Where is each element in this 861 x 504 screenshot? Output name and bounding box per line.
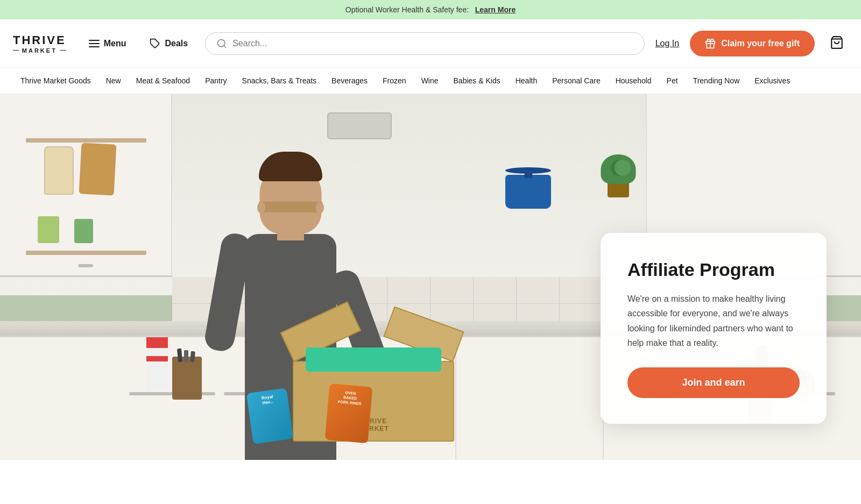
blue-pot <box>505 167 551 208</box>
nav-item-meat-seafood[interactable]: Meat & Seafood <box>129 68 197 94</box>
nav-item-pet[interactable]: Pet <box>659 68 686 94</box>
knife-block <box>172 357 204 405</box>
search-icon <box>216 38 227 49</box>
affiliate-card-description: We're on a mission to make healthy livin… <box>627 292 800 350</box>
nav-item-trending-now[interactable]: Trending Now <box>686 68 747 94</box>
header: THRIVE MARKET Menu Deals Log In <box>0 19 861 68</box>
search-input[interactable] <box>232 39 633 48</box>
product-bag-epic: OVENBAKEDPORK RINDS <box>327 385 370 442</box>
svg-line-2 <box>224 45 226 47</box>
affiliate-card: Affiliate Program We're on a mission to … <box>601 233 827 424</box>
announcement-bar: Optional Worker Health & Safety fee: Lea… <box>0 0 861 19</box>
nav-item-snacks[interactable]: Snacks, Bars & Treats <box>235 68 324 94</box>
claim-gift-label: Claim your free gift <box>721 39 800 48</box>
hero-section: THRIVEMARKET RoyalHav... OVENBAKEDPORK R… <box>0 94 861 460</box>
main-nav: Thrive Market Goods New Meat & Seafood P… <box>0 68 861 94</box>
nav-item-babies-kids[interactable]: Babies & Kids <box>446 68 508 94</box>
search-bar <box>205 32 645 55</box>
cart-icon <box>830 36 844 49</box>
delivery-box: THRIVEMARKET <box>293 334 454 442</box>
claim-gift-button[interactable]: Claim your free gift <box>690 31 815 56</box>
announcement-text: Optional Worker Health & Safety fee: <box>345 5 469 14</box>
deals-button[interactable]: Deals <box>143 34 194 53</box>
nav-item-pantry[interactable]: Pantry <box>197 68 234 94</box>
dish-towel <box>146 332 171 396</box>
logo-divider: MARKET <box>13 47 66 54</box>
cart-button[interactable] <box>825 31 848 55</box>
join-and-earn-button[interactable]: Join and earn <box>627 367 800 398</box>
nav-item-wine[interactable]: Wine <box>414 68 446 94</box>
logo[interactable]: THRIVE MARKET <box>13 33 66 54</box>
nav-item-frozen[interactable]: Frozen <box>375 68 414 94</box>
nav-item-health[interactable]: Health <box>508 68 545 94</box>
deals-label: Deals <box>165 39 188 48</box>
hamburger-icon <box>89 40 100 47</box>
gift-icon <box>705 38 716 49</box>
open-shelving <box>26 138 146 285</box>
learn-more-link[interactable]: Learn More <box>475 5 516 14</box>
logo-thrive-text: THRIVE <box>13 33 66 47</box>
product-bag-teal: RoyalHav... <box>250 391 290 442</box>
logo-market-text: MARKET <box>22 47 57 54</box>
tag-icon <box>150 38 160 49</box>
svg-point-1 <box>218 39 225 46</box>
affiliate-card-title: Affiliate Program <box>627 259 800 281</box>
nav-item-new[interactable]: New <box>98 68 129 94</box>
nav-item-household[interactable]: Household <box>608 68 659 94</box>
nav-item-exclusives[interactable]: Exclusives <box>747 68 798 94</box>
nav-item-beverages[interactable]: Beverages <box>324 68 375 94</box>
login-button[interactable]: Log In <box>655 39 679 48</box>
menu-button[interactable]: Menu <box>82 34 133 53</box>
menu-label: Menu <box>104 39 126 48</box>
kitchen-plant <box>599 149 637 197</box>
nav-item-thrive-market-goods[interactable]: Thrive Market Goods <box>13 68 98 94</box>
nav-item-personal-care[interactable]: Personal Care <box>545 68 608 94</box>
